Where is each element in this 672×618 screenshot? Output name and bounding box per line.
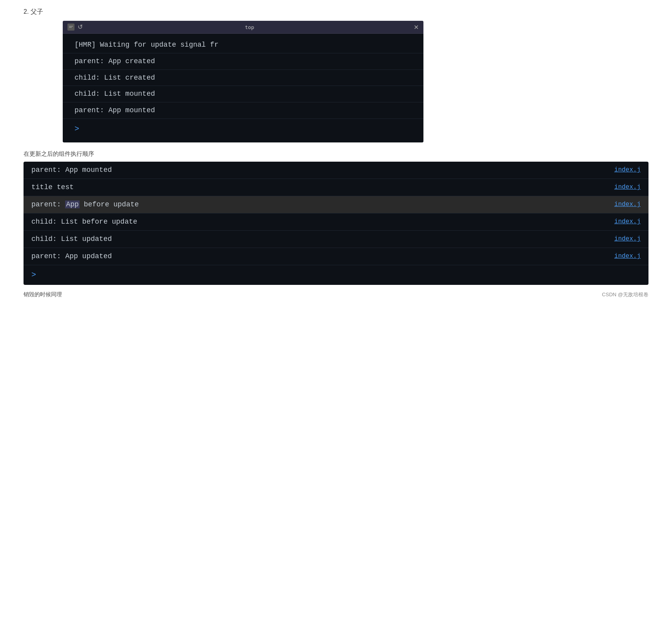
line-link-3[interactable]: index.j xyxy=(614,200,641,209)
line-text-5: child: List updated xyxy=(31,234,607,244)
prompt-arrow-2-icon: > xyxy=(31,269,36,281)
line-text-4: child: List before update xyxy=(31,217,607,227)
footer-text: 销毁的时候同理 xyxy=(24,291,62,298)
line-text-2: title test xyxy=(31,182,607,193)
console-line-parent-mounted: parent: App mounted xyxy=(63,102,423,119)
console-icon xyxy=(67,24,74,31)
line-link-4[interactable]: index.j xyxy=(614,217,641,226)
refresh-icon: ↺ xyxy=(78,23,85,31)
line-link-1[interactable]: index.j xyxy=(614,165,641,175)
console-close-icon: ✕ xyxy=(414,24,419,31)
line-link-6[interactable]: index.j xyxy=(614,252,641,261)
section2-label: 在更新之后的组件执行顺序 xyxy=(24,150,648,158)
console-line-child-mounted: child: List mounted xyxy=(63,86,423,102)
console-line2-5: child: List updated index.j xyxy=(24,231,648,248)
line-text-1: parent: App mounted xyxy=(31,165,607,175)
svg-rect-1 xyxy=(69,26,73,27)
footer-section: 销毁的时候同理 CSDN @无敌培根卷 xyxy=(24,291,648,298)
page-wrapper: 2. 父子 ↺ top ✕ [HMR] Waiting for update s… xyxy=(0,0,672,314)
line-text-3: parent: App before update xyxy=(31,199,607,210)
line-link-2[interactable]: index.j xyxy=(614,182,641,192)
line-link-5[interactable]: index.j xyxy=(614,234,641,244)
svg-rect-2 xyxy=(69,27,72,28)
console-header-1: ↺ top ✕ xyxy=(63,21,423,34)
console-block-2: parent: App mounted index.j title test i… xyxy=(24,162,648,285)
console-block-1: ↺ top ✕ [HMR] Waiting for update signal … xyxy=(63,21,423,142)
console-prompt-2: > xyxy=(24,265,648,285)
section1-title: 2. 父子 xyxy=(24,8,648,16)
console-header-title: top xyxy=(89,24,410,30)
console-line2-1: parent: App mounted index.j xyxy=(24,162,648,179)
prompt-arrow-icon: > xyxy=(74,124,79,133)
console-line2-4: child: List before update index.j xyxy=(24,213,648,231)
console-body-1: [HMR] Waiting for update signal fr paren… xyxy=(63,34,423,142)
console-line2-2: title test index.j xyxy=(24,179,648,196)
console-line-hmr: [HMR] Waiting for update signal fr xyxy=(63,37,423,53)
line-text-6: parent: App updated xyxy=(31,251,607,262)
console-line2-3: parent: App before update index.j xyxy=(24,196,648,213)
console-line-parent-created: parent: App created xyxy=(63,53,423,70)
console-prompt-1: > xyxy=(63,119,423,139)
footer-brand: CSDN @无敌培根卷 xyxy=(602,291,648,298)
console-line-child-created: child: List created xyxy=(63,70,423,86)
console-line2-6: parent: App updated index.j xyxy=(24,248,648,265)
highlight-app: App xyxy=(65,201,79,208)
